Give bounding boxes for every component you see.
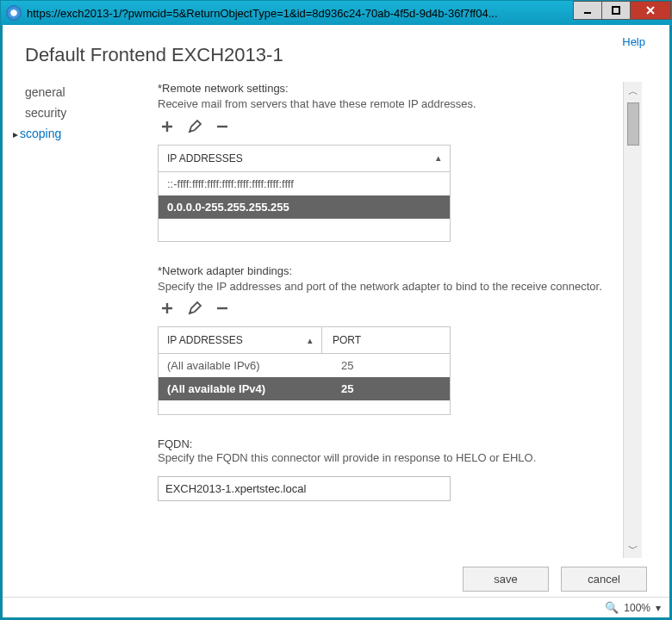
plus-icon [159,119,175,134]
ie-icon [6,5,22,21]
column-ip[interactable]: IP ADDRESSES [159,146,450,171]
titlebar: https://exch2013-1/?pwmcid=5&ReturnObjec… [1,1,671,25]
cell-ip: (All available IPv4) [167,382,331,395]
cell-ip: (All available IPv6) [167,359,331,372]
window-frame: https://exch2013-1/?pwmcid=5&ReturnObjec… [0,0,672,620]
edit-button[interactable] [185,299,204,318]
add-button[interactable] [158,299,177,318]
page-title: Default Frontend EXCH2013-1 [25,44,669,66]
remote-label: *Remote network settings: [158,82,614,95]
maximize-icon [611,5,621,16]
plus-icon [159,301,175,316]
sidenav-item-scoping[interactable]: scoping [25,123,158,144]
zoom-dropdown-icon[interactable]: ▾ [656,602,661,614]
table-header: IP ADDRESSES PORT [159,327,450,354]
svg-rect-0 [613,7,619,14]
table-header: IP ADDRESSES [159,146,450,172]
address-url: https://exch2013-1/?pwmcid=5&ReturnObjec… [27,7,574,20]
remote-desc: Receive mail from servers that have thes… [158,96,614,112]
zoom-icon[interactable]: 🔍 [605,601,619,614]
table-row[interactable]: (All available IPv4)25 [159,377,450,400]
cell-ip: ::-ffff:ffff:ffff:ffff:ffff:ffff:ffff:ff… [167,177,441,190]
table-row[interactable]: ::-ffff:ffff:ffff:ffff:ffff:ffff:ffff:ff… [159,172,450,195]
scroll-thumb[interactable] [627,102,639,146]
edit-button[interactable] [185,117,204,136]
client-area: Help Default Frontend EXCH2013-1 general… [1,25,671,619]
column-port[interactable]: PORT [322,327,450,353]
table-row[interactable]: 0.0.0.0-255.255.255.255 [159,195,450,219]
remote-ip-table: IP ADDRESSES ::-ffff:ffff:ffff:ffff:ffff… [158,145,451,242]
help-link[interactable]: Help [622,35,645,48]
window-buttons [574,1,671,25]
table-row[interactable]: (All available IPv6)25 [159,354,450,377]
maximize-button[interactable] [601,1,631,20]
sidenav-item-security[interactable]: security [25,102,158,123]
remove-button[interactable] [213,117,232,136]
minus-icon [215,301,230,316]
bindings-label: *Network adapter bindings: [158,264,614,277]
cell-port: 25 [331,359,441,372]
cell-ip: 0.0.0.0-255.255.255.255 [167,201,441,214]
minus-icon [215,119,230,134]
pencil-icon [187,119,202,134]
status-bar: 🔍 100% ▾ [3,597,669,617]
cancel-button[interactable]: cancel [561,567,647,592]
scroll-down-icon[interactable]: ﹀ [624,539,642,558]
minimize-button[interactable] [573,1,602,20]
remove-button[interactable] [213,299,232,318]
minimize-icon [582,5,593,16]
table-body: ::-ffff:ffff:ffff:ffff:ffff:ffff:ffff:ff… [159,172,450,241]
sidenav: generalsecurityscoping [3,82,158,558]
bindings-desc: Specify the IP addresses and port of the… [158,279,614,294]
add-button[interactable] [158,117,177,136]
remote-toolbar [158,117,614,136]
fqdn-label: FQDN: [158,437,614,450]
sidenav-item-general[interactable]: general [25,82,158,102]
content-wrap: *Remote network settings: Receive mail f… [158,82,669,558]
zoom-level: 100% [624,602,650,614]
fqdn-input[interactable] [158,476,451,501]
close-button[interactable] [630,1,671,20]
scrollbar[interactable]: ︿ ﹀ [623,82,642,558]
scroll-up-icon[interactable]: ︿ [624,82,642,101]
cell-port: 25 [331,382,441,395]
bindings-table: IP ADDRESSES PORT (All available IPv6)25… [158,326,451,415]
fqdn-desc: Specify the FQDN this connector will pro… [158,450,614,466]
close-icon [644,4,656,16]
save-button[interactable]: save [463,567,549,592]
pencil-icon [187,301,202,316]
table-body: (All available IPv6)25(All available IPv… [159,354,450,414]
bindings-toolbar [158,299,614,318]
content: *Remote network settings: Receive mail f… [158,82,623,558]
dialog-footer: save cancel [3,558,669,597]
column-ip[interactable]: IP ADDRESSES [159,327,322,353]
body: generalsecurityscoping *Remote network s… [3,82,669,558]
